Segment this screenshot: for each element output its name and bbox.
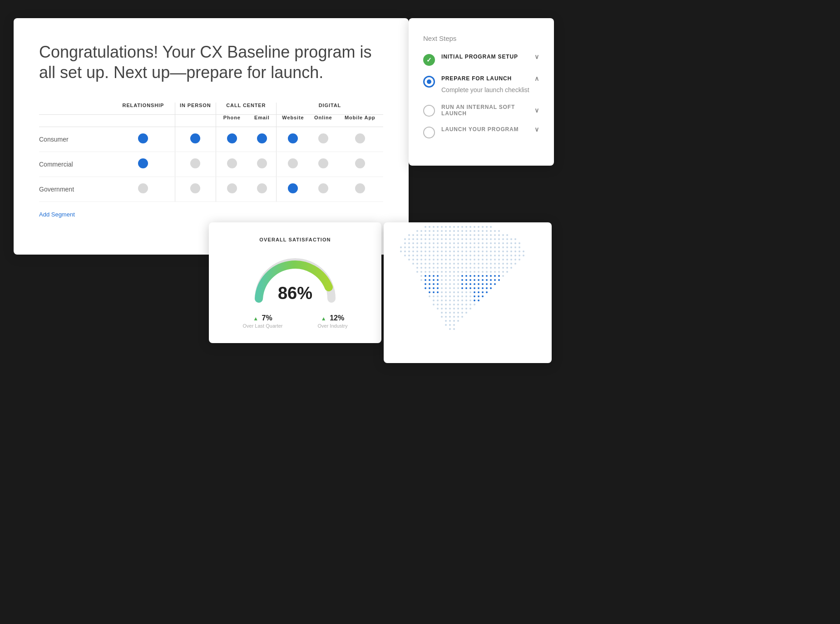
svg-point-260 [498, 263, 500, 265]
svg-point-354 [429, 283, 430, 285]
svg-point-37 [498, 230, 500, 232]
svg-point-67 [420, 238, 422, 240]
table-row: Commercial [39, 152, 383, 177]
svg-point-337 [437, 279, 439, 281]
svg-point-416 [482, 295, 484, 297]
svg-point-256 [482, 263, 484, 265]
sub-col-phone: Phone [216, 115, 247, 127]
stat-label-quarter: Over Last Quarter [242, 323, 282, 329]
col-header-in-person: IN PERSON [175, 103, 216, 115]
svg-point-322 [461, 275, 463, 277]
svg-point-221 [449, 259, 451, 260]
step-launch-program[interactable]: LAUNCH YOUR PROGRAM ∨ [423, 126, 539, 138]
svg-point-434 [453, 304, 455, 305]
svg-point-451 [449, 312, 451, 314]
svg-point-283 [490, 267, 492, 269]
svg-point-107 [469, 242, 471, 244]
svg-point-349 [486, 279, 488, 281]
step-soft-launch[interactable]: RUN AN INTERNAL SOFT LAUNCH ∨ [423, 104, 539, 117]
svg-point-191 [445, 255, 447, 256]
channel-table: RELATIONSHIP IN PERSON CALL CENTER DIGIT… [39, 103, 383, 202]
svg-point-300 [461, 271, 463, 273]
svg-point-127 [429, 246, 430, 248]
svg-point-450 [445, 312, 447, 314]
svg-point-176 [506, 251, 508, 252]
svg-point-388 [429, 291, 430, 293]
svg-point-96 [425, 242, 426, 244]
svg-point-430 [437, 304, 439, 305]
step-initial-setup[interactable]: ✓ INITIAL PROGRAM SETUP ∨ [423, 53, 539, 66]
svg-point-118 [514, 242, 516, 244]
dot-consumer-in-person [175, 127, 216, 152]
svg-point-360 [453, 283, 455, 285]
svg-point-180 [523, 251, 524, 252]
svg-point-120 [400, 246, 402, 248]
svg-point-333 [420, 279, 422, 281]
svg-point-125 [420, 246, 422, 248]
svg-point-222 [453, 259, 455, 260]
svg-point-25 [449, 230, 451, 232]
svg-point-425 [465, 300, 467, 301]
svg-point-203 [494, 255, 496, 256]
svg-point-268 [429, 267, 430, 269]
svg-point-14 [482, 226, 484, 228]
svg-point-196 [465, 255, 467, 256]
svg-point-139 [478, 246, 479, 248]
dot-commercial-website [276, 152, 310, 177]
sub-col-mobile-app: Mobile App [337, 115, 383, 127]
svg-point-400 [478, 291, 479, 293]
svg-point-250 [457, 263, 459, 265]
svg-point-137 [469, 246, 471, 248]
svg-point-274 [453, 267, 455, 269]
svg-point-63 [404, 238, 406, 240]
svg-point-277 [465, 267, 467, 269]
svg-point-181 [404, 255, 406, 256]
main-card: Congratulations! Your CX Baseline progra… [14, 18, 409, 255]
svg-point-327 [482, 275, 484, 277]
col-header-segment [39, 103, 112, 115]
svg-point-272 [445, 267, 447, 269]
svg-point-306 [486, 271, 488, 273]
svg-point-445 [457, 308, 459, 310]
svg-point-418 [437, 300, 439, 301]
svg-point-385 [482, 287, 484, 289]
svg-point-189 [437, 255, 439, 256]
svg-point-357 [441, 283, 443, 285]
svg-point-380 [461, 287, 463, 289]
svg-point-347 [478, 279, 479, 281]
svg-point-282 [486, 267, 488, 269]
svg-point-311 [506, 271, 508, 273]
svg-point-261 [502, 263, 504, 265]
svg-point-258 [490, 263, 492, 265]
svg-point-424 [461, 300, 463, 301]
svg-point-375 [441, 287, 443, 289]
svg-point-0 [425, 226, 426, 228]
svg-point-248 [449, 263, 451, 265]
svg-point-316 [437, 275, 439, 277]
svg-point-232 [494, 259, 496, 260]
svg-point-350 [490, 279, 492, 281]
dot-commercial-relationship [112, 152, 175, 177]
dot-consumer-website [276, 127, 310, 152]
svg-point-343 [461, 279, 463, 281]
svg-point-55 [478, 234, 479, 236]
svg-point-325 [474, 275, 475, 277]
svg-point-262 [506, 263, 508, 265]
svg-point-169 [478, 251, 479, 252]
segment-government: Government [39, 177, 112, 202]
svg-point-367 [482, 283, 484, 285]
svg-point-1 [429, 226, 430, 228]
svg-point-158 [433, 251, 435, 252]
satisfaction-stats: ▲ 7% Over Last Quarter ▲ 12% Over Indust… [225, 314, 365, 329]
svg-point-85 [494, 238, 496, 240]
svg-point-34 [486, 230, 488, 232]
svg-point-200 [482, 255, 484, 256]
svg-point-136 [465, 246, 467, 248]
svg-point-8 [457, 226, 459, 228]
chevron-down-icon-3: ∨ [534, 126, 539, 133]
svg-point-466 [445, 324, 447, 326]
add-segment-button[interactable]: Add Segment [39, 211, 75, 218]
svg-point-456 [441, 316, 443, 318]
step-prepare-launch[interactable]: PREPARE FOR LAUNCH ∧ Complete your launc… [423, 75, 539, 95]
dot-government-online [310, 177, 337, 202]
